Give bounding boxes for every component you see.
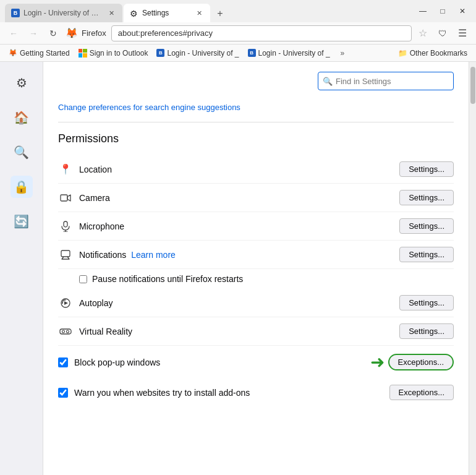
warn-addons-label: Warn you when websites try to install ad… <box>74 388 389 398</box>
bookmark-getting-started[interactable]: 🦊 Getting Started <box>5 48 74 59</box>
camera-settings-button[interactable]: Settings... <box>399 190 454 205</box>
scrollbar-track[interactable] <box>469 62 476 475</box>
autoplay-icon <box>58 298 73 308</box>
tab-close-login-uw[interactable]: ✕ <box>106 8 116 18</box>
permissions-title: Permissions <box>58 132 454 145</box>
scrollbar-thumb[interactable] <box>470 67 475 104</box>
find-settings-input[interactable] <box>318 72 454 90</box>
sidebar-icon-sync[interactable]: 🔄 <box>11 210 33 233</box>
change-preferences-link[interactable]: Change preferences for search engine sug… <box>58 103 240 112</box>
main-container: ⚙ 🏠 🔍 🔒 🔄 🔍 Change preferences for searc… <box>0 62 476 475</box>
warn-addons-exceptions-button[interactable]: Exceptions... <box>389 385 454 400</box>
bookmark-favicon-login-uw-1: B <box>156 49 164 57</box>
find-settings-wrapper: 🔍 <box>318 72 454 90</box>
find-settings-container: 🔍 <box>58 72 454 90</box>
permission-row-notifications: Notifications Learn more Settings... <box>58 241 454 269</box>
bookmark-favicon-getting-started: 🦊 <box>9 49 17 57</box>
hamburger-menu-button[interactable]: ☰ <box>454 25 471 42</box>
warn-addons-row: Warn you when websites try to install ad… <box>58 379 454 406</box>
notifications-icon <box>58 250 73 260</box>
bookmark-star-icon[interactable]: ☆ <box>414 25 431 42</box>
camera-icon <box>58 194 73 202</box>
permission-row-camera: Camera Settings... <box>58 184 454 212</box>
window-controls: — □ ✕ <box>414 2 471 20</box>
location-icon: 📍 <box>58 163 73 175</box>
permission-row-microphone: Microphone Settings... <box>58 212 454 241</box>
forward-button[interactable]: → <box>25 25 42 42</box>
content-area: 🔍 Change preferences for search engine s… <box>43 62 469 475</box>
bookmark-label-login-uw-1: Login - University of _ <box>167 49 239 58</box>
permission-label-vr: Virtual Reality <box>79 327 399 336</box>
tab-title-login-uw: Login - University of Winnipeg <box>23 9 103 17</box>
permission-label-autoplay: Autoplay <box>79 298 399 308</box>
svg-marker-7 <box>64 301 68 305</box>
notifications-learn-more-link[interactable]: Learn more <box>131 250 176 260</box>
permission-label-notifications: Notifications Learn more <box>79 250 399 260</box>
sidebar-icon-settings[interactable]: ⚙ <box>11 72 33 94</box>
titlebar: B Login - University of Winnipeg ✕ ⚙ Set… <box>0 0 476 22</box>
folder-icon: 📁 <box>398 49 407 58</box>
permission-row-autoplay: Autoplay Settings... <box>58 289 454 317</box>
tab-bar: B Login - University of Winnipeg ✕ ⚙ Set… <box>5 0 414 22</box>
other-bookmarks-label: Other Bookmarks <box>410 49 467 58</box>
block-popups-row: Block pop-up windows ➜ Exceptions... <box>58 346 454 379</box>
sidebar-icon-privacy[interactable]: 🔒 <box>11 176 33 198</box>
exceptions-annotation: ➜ Exceptions... <box>370 352 454 372</box>
permission-label-location: Location <box>79 165 399 174</box>
minimize-button[interactable]: — <box>414 2 431 20</box>
close-button[interactable]: ✕ <box>454 2 471 20</box>
bookmark-favicon-outlook <box>79 49 87 58</box>
autoplay-settings-button[interactable]: Settings... <box>399 295 454 310</box>
block-popups-label: Block pop-up windows <box>74 357 370 367</box>
permission-label-camera: Camera <box>79 193 399 203</box>
maximize-button[interactable]: □ <box>434 2 451 20</box>
tab-settings[interactable]: ⚙ Settings ✕ <box>124 4 210 22</box>
pause-notifications-checkbox[interactable] <box>79 275 87 283</box>
bookmarks-bar: 🦊 Getting Started Sign in to Outlook B L… <box>0 45 476 62</box>
new-tab-button[interactable]: + <box>211 5 229 22</box>
change-preferences-container: Change preferences for search engine sug… <box>58 103 454 112</box>
location-settings-button[interactable]: Settings... <box>399 161 454 177</box>
bookmark-favicon-login-uw-2: B <box>248 49 256 57</box>
tab-close-settings[interactable]: ✕ <box>194 8 204 18</box>
other-bookmarks-button[interactable]: 📁 Other Bookmarks <box>394 48 471 59</box>
svg-point-11 <box>67 330 69 333</box>
block-popups-checkbox[interactable] <box>58 357 68 367</box>
reload-button[interactable]: ↻ <box>45 25 62 42</box>
back-button[interactable]: ← <box>5 25 22 42</box>
bookmark-label-getting-started: Getting Started <box>20 49 70 58</box>
svg-rect-5 <box>61 250 70 257</box>
warn-addons-checkbox[interactable] <box>58 388 68 398</box>
bookmark-label-outlook: Sign in to Outlook <box>90 49 148 58</box>
tab-login-uw[interactable]: B Login - University of Winnipeg ✕ <box>5 4 122 22</box>
notifications-settings-button[interactable]: Settings... <box>399 247 454 262</box>
vr-icon <box>58 328 73 335</box>
bookmark-label-login-uw-2: Login - University of _ <box>258 49 330 58</box>
sidebar: ⚙ 🏠 🔍 🔒 🔄 <box>0 62 43 475</box>
permission-row-vr: Virtual Reality Settings... <box>58 317 454 346</box>
permission-row-location: 📍 Location Settings... <box>58 155 454 184</box>
bookmark-login-uw-2[interactable]: B Login - University of _ <box>244 48 334 59</box>
green-arrow-icon: ➜ <box>370 352 385 372</box>
microphone-settings-button[interactable]: Settings... <box>399 218 454 234</box>
bookmark-outlook[interactable]: Sign in to Outlook <box>75 48 152 59</box>
svg-marker-1 <box>67 195 70 201</box>
pause-notifications-label: Pause notifications until Firefox restar… <box>92 274 243 284</box>
svg-rect-0 <box>61 195 67 201</box>
vr-settings-button[interactable]: Settings... <box>399 323 454 339</box>
shield-icon[interactable]: 🛡 <box>434 25 451 42</box>
section-divider-permissions <box>58 122 454 122</box>
svg-point-10 <box>62 330 65 333</box>
bookmarks-more-button[interactable]: » <box>338 48 348 59</box>
permission-label-microphone: Microphone <box>79 221 399 231</box>
firefox-logo: 🦊 <box>66 27 78 39</box>
block-popups-exceptions-button[interactable]: Exceptions... <box>388 354 454 370</box>
svg-rect-2 <box>64 221 67 227</box>
sidebar-icon-search[interactable]: 🔍 <box>11 141 33 163</box>
bookmark-login-uw-1[interactable]: B Login - University of _ <box>153 48 242 59</box>
tab-favicon-login-uw: B <box>11 9 20 17</box>
navbar: ← → ↻ 🦊 Firefox ☆ 🛡 ☰ <box>0 22 476 45</box>
address-bar[interactable] <box>111 25 412 41</box>
sidebar-icon-home[interactable]: 🏠 <box>11 106 33 129</box>
tab-title-settings: Settings <box>142 9 190 17</box>
